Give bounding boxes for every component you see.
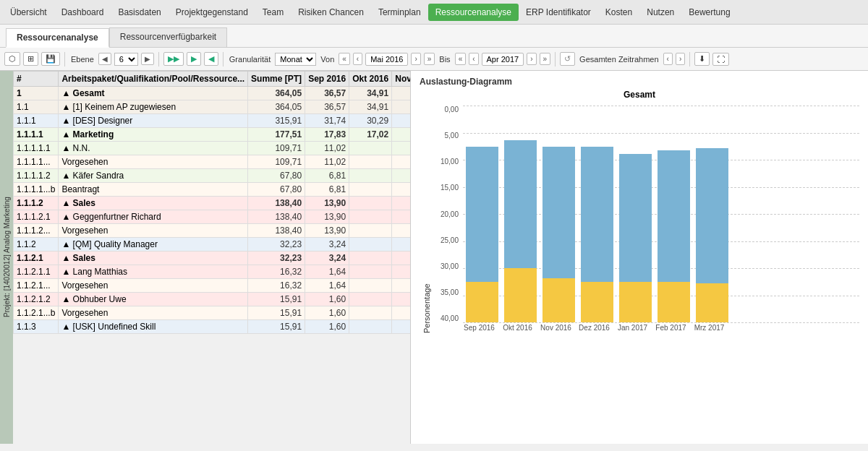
cell-summe: 109,71 bbox=[248, 155, 305, 169]
cell-id: 1.1.1.1... bbox=[14, 155, 59, 169]
y-axis-label: 30,00 bbox=[431, 262, 459, 270]
ebene-next[interactable]: ▶ bbox=[141, 53, 154, 65]
refresh-icon[interactable]: ↺ bbox=[560, 52, 575, 66]
nav-bewertung[interactable]: Bewertung bbox=[681, 3, 737, 22]
cell-name: ▲ Sales bbox=[59, 197, 248, 210]
cell-nov bbox=[392, 265, 411, 279]
y-axis-label: 20,00 bbox=[431, 210, 459, 218]
cell-nov bbox=[392, 252, 411, 265]
nav-ubersicht[interactable]: Übersicht bbox=[3, 3, 54, 22]
nav-kosten[interactable]: Kosten bbox=[598, 3, 639, 22]
table-row: 1.1.2.1...Vorgesehen16,321,64 bbox=[14, 279, 412, 293]
fullscreen-icon[interactable]: ⛶ bbox=[712, 53, 729, 66]
ebene-label: Ebene bbox=[69, 55, 95, 64]
bar-blue bbox=[542, 147, 575, 278]
von-end[interactable]: » bbox=[424, 53, 435, 65]
collapse-one[interactable]: ◀ bbox=[204, 52, 218, 66]
tab-ressourcenverfugbarkeit[interactable]: Ressourcenverfügbarkeit bbox=[109, 27, 227, 47]
table-row: 1.1.1▲ [DES] Designer315,9131,7430,2931,… bbox=[14, 114, 412, 128]
cell-okt bbox=[349, 238, 392, 252]
nav-basisdaten[interactable]: Basisdaten bbox=[111, 3, 168, 22]
cell-id: 1.1.1.1.2 bbox=[14, 169, 59, 183]
cell-id: 1.1 bbox=[14, 100, 59, 114]
cell-sep: 17,83 bbox=[305, 128, 349, 142]
gesamten-next[interactable]: › bbox=[676, 53, 685, 65]
cell-summe: 16,32 bbox=[248, 265, 305, 279]
cell-sep: 1,60 bbox=[305, 306, 349, 320]
von-date[interactable]: Mai 2016 bbox=[365, 53, 408, 66]
bis-date[interactable]: Apr 2017 bbox=[482, 53, 524, 66]
cell-nov: 31,74 bbox=[392, 114, 411, 128]
cell-nov bbox=[392, 155, 411, 169]
bar-yellow bbox=[504, 268, 537, 322]
col-header-id: # bbox=[14, 72, 59, 87]
cell-name: ▲ [USK] Undefined Skill bbox=[59, 320, 248, 334]
expand-icon[interactable]: ⬡ bbox=[4, 52, 20, 66]
chart-title: Auslastung-Diagramm bbox=[420, 77, 859, 87]
bar-group bbox=[696, 148, 728, 322]
cell-nov: 36,57 bbox=[392, 100, 411, 114]
cell-sep: 31,74 bbox=[305, 114, 349, 128]
x-axis-label: Mrz 2017 bbox=[693, 324, 726, 332]
nav-nutzen[interactable]: Nutzen bbox=[639, 3, 681, 22]
ebene-select[interactable]: 6 bbox=[114, 53, 138, 66]
expand-all[interactable]: ▶▶ bbox=[163, 52, 184, 66]
cell-name: ▲ Sales bbox=[59, 252, 248, 265]
y-axis-title: Personentage bbox=[420, 106, 431, 333]
expand-one[interactable]: ▶ bbox=[187, 52, 201, 66]
cell-id: 1.1.2.1.2 bbox=[14, 293, 59, 306]
y-axis-label: 10,00 bbox=[431, 158, 459, 166]
chart-wrapper: Personentage 40,0035,0030,0025,0020,0015… bbox=[420, 106, 859, 333]
nav-dashboard[interactable]: Dashboard bbox=[54, 3, 111, 22]
nav-team[interactable]: Team bbox=[255, 3, 291, 22]
von-next[interactable]: › bbox=[411, 53, 420, 65]
cell-name: Beantragt bbox=[59, 183, 248, 197]
bis-start[interactable]: « bbox=[455, 53, 467, 65]
nav-projektgegenstand[interactable]: Projektgegenstand bbox=[169, 3, 255, 22]
nav-ressourcenanalyse[interactable]: Ressourcenanalyse bbox=[428, 4, 519, 21]
cell-id: 1.1.3 bbox=[14, 320, 59, 334]
cell-sep: 11,02 bbox=[305, 155, 349, 169]
cell-id: 1.1.2.1... bbox=[14, 279, 59, 293]
granularitat-select[interactable]: Monat bbox=[275, 53, 316, 66]
gesamten-prev[interactable]: ‹ bbox=[663, 53, 673, 65]
cell-summe: 15,91 bbox=[248, 320, 305, 334]
x-axis-label: Sep 2016 bbox=[463, 324, 495, 332]
cell-nov bbox=[392, 320, 411, 334]
save-icon[interactable]: 💾 bbox=[41, 52, 60, 66]
table-row: 1.1.1.1...bBeantragt67,806,81 bbox=[14, 183, 412, 197]
cell-okt bbox=[349, 183, 392, 197]
cell-nov bbox=[392, 293, 411, 306]
bar-yellow bbox=[542, 278, 575, 322]
table-row: 1.1.2.1.2▲ Obhuber Uwe15,911,60 bbox=[14, 293, 412, 306]
ebene-prev[interactable]: ◀ bbox=[98, 53, 111, 65]
cell-summe: 138,40 bbox=[248, 197, 305, 210]
col-header-nov: Nov 2016 bbox=[392, 72, 411, 87]
von-prev[interactable]: ‹ bbox=[353, 53, 362, 65]
bis-prev[interactable]: ‹ bbox=[469, 53, 478, 65]
bis-end[interactable]: » bbox=[540, 53, 551, 65]
col-header-summe: Summe [PT] bbox=[248, 72, 305, 87]
table-row: 1.1.2▲ [QM] Quality Manager32,233,24 bbox=[14, 238, 412, 252]
cell-name: ▲ Käfer Sandra bbox=[59, 169, 248, 183]
chart-subtitle: Gesamt bbox=[420, 90, 859, 100]
y-axis-label: 15,00 bbox=[431, 184, 459, 192]
cell-name: ▲ Marketing bbox=[59, 128, 248, 142]
tab-ressourcenanalyse[interactable]: Ressourcenanalyse bbox=[6, 28, 109, 48]
table-row: 1.1.1.1.2▲ Käfer Sandra67,806,81 bbox=[14, 169, 412, 183]
cell-name: ▲ Gesamt bbox=[59, 87, 248, 100]
nav-risiken[interactable]: Risiken Chancen bbox=[291, 3, 371, 22]
nav-terminplan[interactable]: Terminplan bbox=[371, 3, 428, 22]
nav-erp[interactable]: ERP Identifikator bbox=[519, 3, 598, 22]
bar-group bbox=[619, 154, 652, 322]
separator2 bbox=[158, 52, 159, 66]
bis-next[interactable]: › bbox=[527, 53, 536, 65]
cell-name: Vorgesehen bbox=[59, 279, 248, 293]
cell-okt: 34,91 bbox=[349, 100, 392, 114]
separator bbox=[64, 52, 65, 66]
export-icon[interactable]: ⬇ bbox=[694, 52, 710, 66]
grid-icon[interactable]: ⊞ bbox=[23, 52, 38, 66]
cell-okt: 30,29 bbox=[349, 114, 392, 128]
von-start[interactable]: « bbox=[339, 53, 350, 65]
table-area: # Arbeitspaket/Qualifikation/Pool/Ressou… bbox=[13, 71, 411, 444]
